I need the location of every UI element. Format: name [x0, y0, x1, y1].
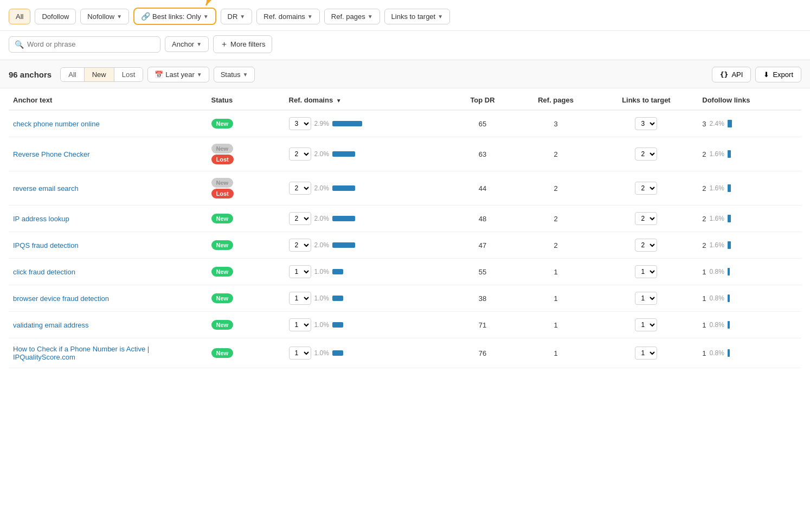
ref-domains-filter-btn[interactable]: Ref. domains ▼ [256, 9, 320, 24]
anchor-link[interactable]: validating email address [13, 321, 88, 329]
last-year-btn[interactable]: 📅 Last year ▼ [147, 67, 209, 82]
status-cell: NewLost [207, 171, 285, 206]
ref-domains-bar-wrap [332, 350, 365, 356]
dofollow-count: 2 [702, 184, 706, 193]
dofollow-bar [728, 120, 732, 127]
ref-domains-select[interactable]: 2 [289, 182, 311, 195]
links-to-target-select[interactable]: 1 [635, 347, 657, 360]
status-filter-btn[interactable]: Status ▼ [214, 67, 255, 82]
ref-domains-select[interactable]: 2 [289, 239, 311, 252]
status-badge-new: New [211, 240, 234, 250]
ref-domains-cell: 3 2.9% [285, 110, 448, 137]
col-refdom-header[interactable]: Ref. domains ▼ [285, 88, 448, 110]
dr-caret-icon: ▼ [240, 14, 245, 20]
table-row: validating email addressNew 1 1.0% 711 1… [9, 312, 801, 338]
export-btn[interactable]: ⬇ Export [755, 67, 801, 82]
status-cell: New [207, 312, 285, 338]
col-anchor-header[interactable]: Anchor text [9, 88, 207, 110]
links-to-target-select[interactable]: 2 [635, 148, 657, 161]
dofollow-count: 1 [702, 321, 706, 329]
links-to-target-select[interactable]: 1 [635, 265, 657, 278]
ref-domains-select[interactable]: 2 [289, 212, 311, 225]
top-dr-cell: 71 [448, 312, 517, 338]
links-to-target-cell: 2 [595, 171, 698, 206]
links-to-target-select[interactable]: 3 [635, 117, 657, 130]
status-badge-new: New [211, 214, 234, 223]
export-icon: ⬇ [763, 70, 769, 79]
ref-domains-caret-icon: ▼ [307, 14, 313, 20]
status-cell: New [207, 259, 285, 285]
anchor-link[interactable]: How to Check if a Phone Number is Active… [13, 345, 149, 361]
dofollow-pct: 0.8% [710, 268, 724, 275]
dofollow-cell: 2 1.6% [698, 171, 801, 206]
more-filters-btn[interactable]: ＋ More filters [213, 35, 272, 53]
ref-domains-cell: 1 1.0% [285, 285, 448, 312]
tab-new[interactable]: New [85, 68, 114, 81]
anchor-link[interactable]: check phone number online [13, 120, 100, 128]
links-to-target-select[interactable]: 1 [635, 318, 657, 331]
links-to-target-filter-btn[interactable]: Links to target ▼ [384, 9, 451, 24]
links-to-target-select[interactable]: 2 [635, 182, 657, 195]
ref-domains-bar [332, 350, 343, 356]
all-filter-btn[interactable]: All [9, 9, 30, 24]
dofollow-bar [728, 294, 730, 302]
anchor-link[interactable]: IP address lookup [13, 215, 69, 223]
link-icon: 🔗 [141, 12, 150, 21]
anchor-link[interactable]: Reverse Phone Checker [13, 150, 90, 158]
dofollow-cell: 2 1.6% [698, 206, 801, 232]
ref-domains-bar [332, 185, 355, 191]
search-row: 🔍 Anchor ▼ ＋ More filters [0, 31, 810, 60]
ref-domains-bar [332, 269, 343, 274]
dofollow-pct: 0.8% [710, 349, 724, 357]
table-row: IP address lookupNew 2 2.0% 482 2 2 1.6% [9, 206, 801, 232]
ref-domains-select[interactable]: 2 [289, 148, 311, 161]
top-dr-cell: 47 [448, 232, 517, 259]
top-dr-cell: 65 [448, 110, 517, 137]
top-filter-bar: All Dofollow Nofollow ▼ 🔗 Best links: On… [0, 0, 810, 31]
api-btn[interactable]: {} API [712, 67, 751, 82]
ref-domains-select[interactable]: 1 [289, 292, 311, 305]
ref-domains-bar-wrap [332, 216, 365, 221]
ref-domains-select[interactable]: 1 [289, 347, 311, 360]
anchor-caret-icon: ▼ [196, 41, 202, 47]
dofollow-pct: 1.6% [710, 150, 724, 158]
nofollow-filter-btn[interactable]: Nofollow ▼ [80, 9, 129, 24]
ref-domains-select[interactable]: 1 [289, 318, 311, 331]
dofollow-count: 3 [702, 120, 706, 128]
status-cell: New [207, 285, 285, 312]
dr-filter-btn[interactable]: DR ▼ [221, 9, 253, 24]
ref-domains-pct: 1.0% [314, 321, 329, 329]
best-links-caret-icon: ▼ [203, 14, 209, 20]
ref-domains-bar-wrap [332, 121, 365, 126]
links-to-target-select[interactable]: 2 [635, 212, 657, 225]
dofollow-pct: 1.6% [710, 215, 724, 222]
ref-domains-bar-wrap [332, 151, 365, 157]
ref-domains-pct: 2.9% [314, 120, 329, 127]
anchor-link[interactable]: browser device fraud detection [13, 294, 109, 303]
dofollow-cell: 2 1.6% [698, 137, 801, 171]
dofollow-bar [728, 268, 730, 275]
dofollow-filter-btn[interactable]: Dofollow [35, 9, 76, 24]
search-input[interactable] [27, 40, 136, 48]
tab-all[interactable]: All [61, 68, 84, 81]
links-to-target-cell: 1 [595, 285, 698, 312]
anchor-link[interactable]: reverse email search [13, 184, 79, 193]
dofollow-cell: 1 0.8% [698, 312, 801, 338]
anchor-filter-btn[interactable]: Anchor ▼ [165, 36, 209, 52]
ref-domains-select[interactable]: 1 [289, 265, 311, 278]
anchor-link[interactable]: click fraud detection [13, 268, 75, 276]
table-row: browser device fraud detectionNew 1 1.0%… [9, 285, 801, 312]
ref-pages-filter-btn[interactable]: Ref. pages ▼ [324, 9, 380, 24]
ref-pages-cell: 1 [517, 312, 595, 338]
links-to-target-select[interactable]: 2 [635, 239, 657, 252]
top-dr-cell: 48 [448, 206, 517, 232]
ref-domains-select[interactable]: 3 [289, 117, 311, 130]
ref-domains-bar [332, 121, 362, 126]
best-links-filter-btn[interactable]: 🔗 Best links: Only ▼ [133, 8, 216, 25]
tab-lost[interactable]: Lost [114, 68, 143, 81]
ref-domains-pct: 2.0% [314, 150, 329, 158]
dofollow-count: 2 [702, 150, 706, 158]
dofollow-cell: 1 0.8% [698, 285, 801, 312]
anchor-link[interactable]: IPQS fraud detection [13, 241, 79, 249]
links-to-target-select[interactable]: 1 [635, 292, 657, 305]
